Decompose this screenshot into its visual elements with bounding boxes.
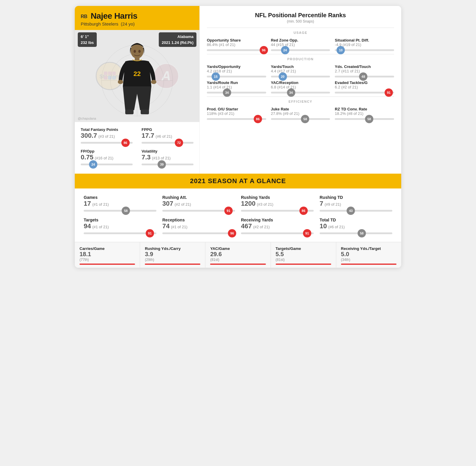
total-td-stat-block: Total TD 10 (#6 of 21) 58 (320, 218, 392, 234)
rushing-att-stat-block: Rushing Att. 307 (#2 of 21) 91 (162, 195, 235, 212)
player-draft: 2021 1.24 (Rd.Pk) (162, 40, 193, 46)
receptions-label: Receptions (162, 218, 235, 222)
yac-per-game-stat: YAC/Game 29.6 (81st) (205, 242, 271, 268)
targets-per-game-stat: Targets/Game 5.5 (81st) (271, 242, 336, 268)
percentile-panel: NFL Positional Percentile Ranks (min. 50… (199, 6, 401, 174)
season-stats-row-1: Games 17 (#1 of 21) 58 Rushing Att. 307 … (84, 195, 392, 212)
photo-credit: @chapulana (78, 117, 96, 120)
player-card: RB Najee Harris Pittsburgh Steelers (24 … (75, 6, 401, 268)
receiving-yds-per-target-rank: (34th) (341, 258, 350, 262)
rushing-td-bar: 43 (320, 210, 392, 212)
fp-opp-block: FP/Opp 0.75 (#16 of 21) 24 (81, 149, 133, 165)
fp-opp-bar: 24 (81, 164, 133, 165)
rushing-td-rank: (#9 of 21) (325, 202, 341, 207)
player-college-draft: Alabama 2021 1.24 (Rd.Pk) (159, 32, 196, 47)
juke-rate-label: Juke Rate (271, 107, 330, 111)
yards-per-route-run-label: Yards/Route Run (207, 80, 266, 85)
total-fantasy-points-bar: 86 (81, 142, 133, 144)
percentile-subtitle: (min. 500 Snaps) (207, 19, 394, 23)
yds-created-per-touch-item: Yds. Created/Touch 2.7 (#11 of 21) 48 (335, 64, 394, 77)
yac-per-game-bar (210, 264, 266, 265)
player-photo-area: Steelers A (75, 30, 199, 122)
rz-td-conv-rate-item: RZ TD Conv. Rate 18.2% (#8 of 21) 58 (335, 107, 394, 120)
red-zone-opp-dot: 24 (281, 46, 289, 54)
total-fantasy-points-block: Total Fantasy Points 300.7 (#3 of 21) 86 (81, 127, 133, 144)
receptions-value: 74 (162, 222, 169, 230)
volatility-block: Volatility 7.3 (#13 of 21) 39 (142, 149, 193, 165)
svg-point-17 (118, 80, 123, 84)
total-td-rank: (#6 of 21) (328, 225, 345, 229)
carries-per-game-label: Carries/Game (80, 246, 105, 251)
player-name: RB Najee Harris (81, 11, 137, 21)
season-header: 2021 SEASON AT A GLANCE (75, 174, 401, 188)
total-fantasy-points-dot: 86 (121, 139, 130, 147)
yac-per-reception-label: YAC/Reception (271, 80, 330, 85)
opportunity-share-item: Opportunity Share 86.4% (#1 of 21) 96 (207, 38, 266, 51)
prod-ou-starter-item: Prod. O/U Starter 118% (#3 of 21) 86 (207, 107, 266, 120)
fp-opp-dot: 24 (89, 160, 97, 169)
targets-per-game-label: Targets/Game (276, 246, 301, 251)
situational-pt-diff-item: Situational Pt. Diff. -4.9 (#19 of 21) 1… (335, 38, 394, 51)
rushing-yds-per-carry-rank: (29th) (145, 258, 154, 262)
rushing-yards-dot: 86 (299, 207, 308, 215)
prod-ou-starter-label: Prod. O/U Starter (207, 107, 266, 111)
rushing-td-stat-block: Rushing TD 7 (#9 of 21) 43 (320, 195, 392, 212)
evaded-tackles-per-game-bar: 91 (335, 92, 394, 93)
red-zone-opp-value: 44 (#15 of 21) (271, 42, 330, 47)
yards-per-opportunity-dot: 15 (212, 72, 220, 81)
total-td-value: 10 (320, 222, 327, 230)
juke-rate-dot: 58 (301, 115, 309, 123)
fppg-block: FPPG 17.7 (#6 of 21) 72 (142, 127, 193, 144)
situational-pt-diff-label: Situational Pt. Diff. (335, 38, 394, 42)
rushing-att-rank: (#2 of 21) (174, 202, 191, 207)
production-metrics-grid-row1: Yards/Opportunity 4.2 (#18 of 21) 15 Yar… (207, 64, 394, 77)
carries-per-game-bar (80, 264, 135, 265)
opportunity-share-dot: 96 (260, 46, 268, 54)
receiving-yards-label: Receiving Yards (241, 218, 314, 222)
svg-point-23 (138, 50, 141, 53)
targets-rank: (#1 of 21) (92, 225, 109, 229)
player-physical-stats: 6' 1" 232 lbs (78, 32, 97, 47)
carries-per-game-stat: Carries/Game 18.1 (77th) (75, 242, 140, 268)
efficiency-category-label: EFFICIENCY (207, 100, 394, 103)
games-rank: (#1 of 21) (92, 202, 109, 207)
player-weight: 232 lbs (81, 40, 94, 46)
season-stats: Games 17 (#1 of 21) 58 Rushing Att. 307 … (75, 188, 401, 242)
percentile-title: NFL Positional Percentile Ranks (207, 12, 394, 19)
receiving-yards-dot: 91 (303, 229, 311, 237)
targets-per-game-value: 5.5 (276, 251, 284, 258)
targets-bar: 91 (84, 232, 156, 234)
player-header: RB Najee Harris Pittsburgh Steelers (24 … (75, 6, 199, 30)
fppg-bar: 72 (142, 142, 193, 144)
rushing-att-value: 307 (162, 200, 173, 207)
rushing-td-value: 7 (320, 200, 323, 207)
total-td-bar: 58 (320, 232, 392, 234)
yac-per-reception-bar: 34 (271, 92, 330, 93)
games-bar: 58 (84, 210, 156, 212)
volatility-value: 7.3 (142, 153, 151, 161)
situational-pt-diff-bar: 10 (335, 49, 394, 51)
volatility-label: Volatility (142, 149, 193, 153)
production-metrics-grid-row2: Yards/Route Run 1.1 (#14 of 21) 34 YAC/R… (207, 80, 394, 93)
receiving-yds-per-target-value: 5.0 (341, 251, 349, 258)
receiving-yds-per-target-bar (341, 264, 396, 265)
rz-td-conv-rate-value: 18.2% (#8 of 21) (335, 111, 394, 116)
targets-per-game-rank: (81st) (276, 258, 285, 262)
yac-per-game-value: 29.6 (210, 251, 222, 258)
fppg-rank: (#6 of 21) (156, 134, 172, 139)
yards-per-touch-dot: 20 (279, 72, 287, 81)
player-full-name: Najee Harris (91, 11, 137, 20)
player-college: Alabama (162, 34, 193, 40)
fantasy-stats-panel: Total Fantasy Points 300.7 (#3 of 21) 86 (75, 122, 199, 174)
player-meta-bar: 6' 1" 232 lbs Alabama 2021 1.24 (Rd.Pk) (75, 30, 199, 49)
yac-per-reception-value: 6.8 (#14 of 21) (271, 85, 330, 89)
volatility-dot: 39 (158, 160, 166, 169)
receptions-stat-block: Receptions 74 (#1 of 21) 96 (162, 218, 235, 234)
yards-per-opportunity-bar: 15 (207, 76, 266, 77)
red-zone-opp-bar: 24 (271, 49, 330, 51)
receptions-bar: 96 (162, 232, 235, 234)
left-panel: RB Najee Harris Pittsburgh Steelers (24 … (75, 6, 199, 174)
yds-created-per-touch-label: Yds. Created/Touch (335, 64, 394, 69)
player-position: RB (81, 14, 87, 19)
total-td-dot: 58 (358, 229, 366, 237)
